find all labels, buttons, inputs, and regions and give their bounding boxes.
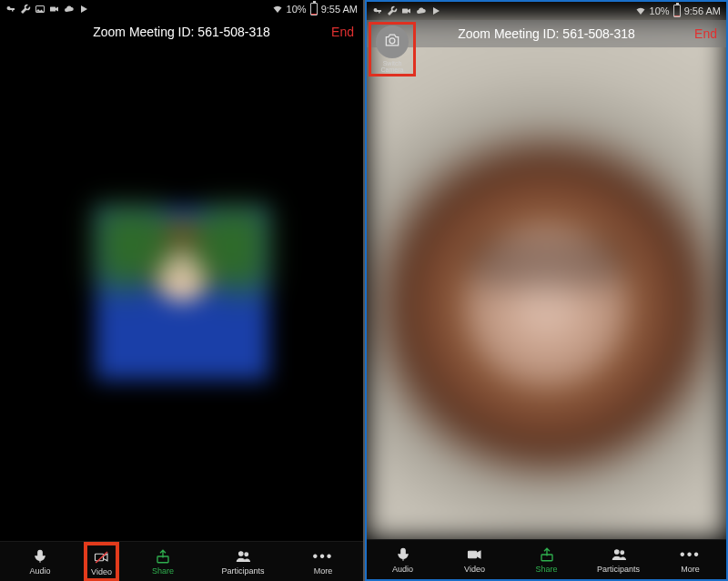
more-button[interactable]: ••• More xyxy=(287,548,359,576)
more-icon: ••• xyxy=(681,546,701,563)
battery-icon xyxy=(673,5,681,17)
video-off-icon xyxy=(92,549,112,566)
status-bar: 10% 9:55 AM xyxy=(0,0,363,18)
battery-icon xyxy=(310,3,318,15)
audio-button[interactable]: Audio xyxy=(367,546,439,574)
battery-pct: 10% xyxy=(287,4,307,15)
image-icon xyxy=(35,4,46,15)
wrench-icon xyxy=(20,4,31,15)
bottom-toolbar: Audio Video Share Participants ••• More xyxy=(0,541,363,581)
more-label: More xyxy=(314,566,333,576)
meeting-header: Zoom Meeting ID: 561-508-318 End xyxy=(367,20,726,47)
participants-icon xyxy=(233,548,253,565)
svg-point-6 xyxy=(239,551,244,556)
svg-point-9 xyxy=(389,38,395,44)
video-label: Video xyxy=(91,567,112,576)
key-icon xyxy=(5,4,16,15)
video-on-icon xyxy=(465,546,485,563)
video-icon xyxy=(401,5,412,16)
meeting-title: Zoom Meeting ID: 561-508-318 xyxy=(93,25,270,39)
share-label: Share xyxy=(152,566,174,576)
share-button[interactable]: Share xyxy=(511,546,582,574)
participants-icon xyxy=(609,546,629,563)
video-button-highlight: Video xyxy=(84,542,119,582)
audio-label: Audio xyxy=(29,566,50,576)
svg-rect-8 xyxy=(402,9,408,14)
status-bar: 10% 9:56 AM xyxy=(367,2,726,20)
share-icon xyxy=(537,546,557,563)
switch-camera-button[interactable] xyxy=(376,25,409,58)
meeting-title: Zoom Meeting ID: 561-508-318 xyxy=(458,26,635,41)
bottom-toolbar: Audio Video Share Participants ••• More xyxy=(367,539,726,579)
camera-icon xyxy=(383,31,401,53)
audio-button[interactable]: Audio xyxy=(4,548,76,576)
cloud-icon xyxy=(64,4,75,15)
share-label: Share xyxy=(535,565,557,574)
mic-icon xyxy=(30,548,50,565)
clock: 9:56 AM xyxy=(684,5,721,16)
audio-label: Audio xyxy=(392,565,413,574)
participants-label: Participants xyxy=(597,565,640,574)
end-button[interactable]: End xyxy=(331,18,354,46)
svg-rect-11 xyxy=(468,551,476,558)
svg-rect-1 xyxy=(50,7,56,12)
phone-screen-left: 10% 9:55 AM Zoom Meeting ID: 561-508-318… xyxy=(0,0,363,581)
mic-icon xyxy=(393,546,413,563)
participants-button[interactable]: Participants xyxy=(207,548,279,576)
play-icon xyxy=(78,4,89,15)
share-icon xyxy=(153,548,173,565)
switch-camera-highlight: Switch Camera xyxy=(369,22,416,76)
video-button[interactable]: Video xyxy=(91,549,112,576)
svg-point-13 xyxy=(614,549,619,554)
more-button[interactable]: ••• More xyxy=(654,546,726,574)
video-icon xyxy=(49,4,60,15)
end-button[interactable]: End xyxy=(694,20,717,47)
participants-label: Participants xyxy=(221,566,264,576)
play-icon xyxy=(430,5,441,16)
share-button[interactable]: Share xyxy=(126,548,199,576)
battery-pct: 10% xyxy=(650,5,670,16)
video-button[interactable]: Video xyxy=(439,546,511,574)
wrench-icon xyxy=(387,5,398,16)
svg-point-14 xyxy=(620,550,623,554)
more-icon: ••• xyxy=(313,548,333,565)
video-area[interactable] xyxy=(0,46,363,541)
participants-button[interactable]: Participants xyxy=(582,546,654,574)
participant-avatar xyxy=(96,207,268,380)
video-label: Video xyxy=(464,565,485,574)
meeting-header: Zoom Meeting ID: 561-508-318 End xyxy=(0,18,363,46)
clock: 9:55 AM xyxy=(321,4,358,15)
key-icon xyxy=(372,5,383,16)
video-area[interactable] xyxy=(367,20,726,539)
wifi-icon xyxy=(635,5,646,16)
switch-camera-label: Switch Camera xyxy=(371,60,413,73)
wifi-icon xyxy=(272,4,283,15)
phone-screen-right: 10% 9:56 AM Zoom Meeting ID: 561-508-318… xyxy=(365,0,728,581)
svg-point-7 xyxy=(245,552,248,556)
cloud-icon xyxy=(416,5,427,16)
more-label: More xyxy=(681,565,700,574)
